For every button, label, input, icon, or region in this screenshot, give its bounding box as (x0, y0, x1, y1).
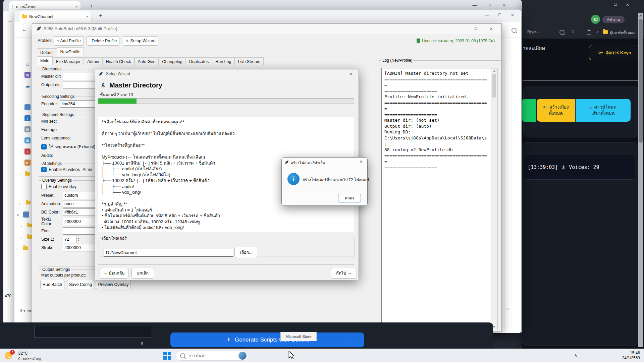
input-outline-box[interactable] (35, 326, 151, 338)
chevron-right-icon[interactable]: › (20, 236, 22, 240)
weather-widget[interactable]: ☁ 3 32°C มีแดดส่วนใหญ่ (3, 350, 60, 361)
size1-field[interactable] (63, 236, 76, 243)
chevron-right-icon[interactable]: › (19, 201, 20, 205)
tab-auto-gen[interactable]: Auto Gen (135, 57, 159, 65)
nav-pictures-icon[interactable]: ▦ (24, 137, 31, 143)
nav-folder-icon[interactable] (27, 224, 32, 227)
chevron-right-icon[interactable]: › (20, 224, 22, 228)
tab-health-check[interactable]: Health Check (102, 57, 134, 65)
close-button[interactable]: × (623, 2, 633, 7)
generate-all-audio-button[interactable]: สร้างเสียง ทั้งหมด (537, 99, 575, 122)
profile-tab-newprofile[interactable]: NewProfile (57, 47, 84, 56)
nav-folder-icon[interactable] (23, 246, 28, 250)
scroll-down-icon[interactable] (493, 326, 495, 328)
download-all-audio-button[interactable]: ♪ ดาวน์โหลด เสียงทั้งหมด (576, 99, 631, 122)
close-button[interactable]: × (507, 12, 518, 18)
scroll-thumb[interactable] (492, 74, 496, 98)
close-button[interactable]: × (486, 26, 496, 32)
bookmarks-overflow-icon[interactable]: » (596, 29, 599, 34)
nav-home-icon[interactable]: ⌂ (24, 61, 31, 67)
green-button[interactable] (522, 99, 536, 122)
minimize-button[interactable]: — (470, 3, 480, 8)
taskbar-clock[interactable]: 15:46 24/1/2569 (600, 351, 640, 361)
folder-path-field[interactable] (104, 248, 233, 257)
explorer-tab[interactable]: NewChannel × (19, 11, 92, 22)
tab-run-log[interactable]: Run Log (212, 57, 234, 65)
wizard-cancel-button[interactable]: ยกเลิก (131, 268, 154, 279)
delete-profile-button[interactable]: - Delete Profile (87, 36, 119, 46)
log-box[interactable]: [ADMIN] Master directory not set =======… (381, 68, 497, 330)
nav-folder-icon[interactable] (26, 201, 31, 204)
avatar[interactable]: SJ (591, 15, 600, 24)
back-icon[interactable]: ← (7, 17, 13, 23)
back-icon[interactable]: ← (22, 26, 27, 33)
generate-scripts-button[interactable]: Generate Scripts with Gemini (170, 333, 364, 347)
tab-live-stream[interactable]: Live Stream (234, 57, 264, 65)
tab-file-manager[interactable]: File Manager (53, 57, 84, 65)
extensions-icon[interactable] (587, 31, 591, 35)
run-batch-button[interactable]: Run Batch (40, 280, 64, 289)
close-tab-icon[interactable]: × (86, 14, 89, 19)
nav-downloads-icon[interactable]: ↓ (24, 115, 31, 121)
preview-overlay-button[interactable]: Preview Overlay (96, 280, 131, 289)
exhaust-checkbox[interactable] (41, 144, 47, 149)
scroll-up-icon[interactable] (493, 70, 496, 72)
new-tab-button[interactable]: + (87, 3, 97, 8)
close-button[interactable]: × (499, 2, 509, 8)
setup-wizard-button[interactable]: ✎ Setup Wizard (123, 36, 158, 46)
wizard-back-button[interactable]: ← ย้อนกลับ (100, 268, 128, 279)
view-thumbnail-icon[interactable]: □ (506, 306, 508, 311)
bookmarks-all-label[interactable]: บุ๊กมาร์กทั้งหมด (610, 30, 635, 36)
log-scrollbar[interactable] (491, 68, 497, 330)
add-profile-button[interactable]: + Add Profile (54, 36, 84, 46)
search-icon[interactable] (512, 28, 517, 33)
nav-music-icon[interactable]: ♪ (24, 148, 31, 155)
nav-folder-icon[interactable] (25, 172, 30, 176)
save-config-button[interactable]: Save Config (67, 280, 94, 289)
enable-overlay-checkbox[interactable] (41, 184, 47, 189)
chevron-down-icon[interactable]: ∨ (16, 213, 19, 217)
nav-folder-icon[interactable] (27, 235, 32, 239)
wizard-next-button[interactable]: ถัดไป → (331, 268, 357, 279)
manage-keys-button[interactable]: จัดการ Keys (589, 45, 640, 60)
bookmarks-folder-icon[interactable] (603, 30, 608, 34)
profile-pill[interactable]: ที่ทำงาน (602, 16, 625, 23)
close-button[interactable]: × (346, 71, 356, 76)
scroll-up-icon[interactable] (639, 14, 642, 16)
tab-admin[interactable]: Admin (84, 57, 102, 65)
ok-button[interactable]: ตกลง (338, 194, 361, 202)
nav-videos-icon[interactable]: ▶ (24, 160, 31, 166)
profile-tab-default[interactable]: Default (37, 48, 57, 56)
tab-main[interactable]: Main (37, 56, 53, 65)
star-icon[interactable]: ☆ (571, 28, 575, 34)
enable-ai-checkbox[interactable] (41, 167, 47, 172)
search-input[interactable] (188, 353, 236, 358)
nav-documents-icon[interactable]: ▤ (24, 126, 31, 132)
browse-button[interactable]: เลือก... (234, 247, 258, 258)
nav-desktop-icon[interactable] (24, 104, 31, 110)
close-tab-icon[interactable]: × (75, 4, 78, 9)
tab-changelog[interactable]: Changelog (159, 57, 185, 65)
size1-stepper[interactable]: ▲▼ (76, 236, 81, 243)
scroll-thumb[interactable] (639, 19, 643, 143)
maximize-button[interactable]: □ (471, 26, 481, 31)
start-button[interactable] (161, 350, 173, 361)
bookmark-item[interactable]: Ryze... (527, 29, 539, 34)
search-icon[interactable] (559, 30, 565, 35)
tray-expand-icon[interactable]: ∧ (574, 353, 577, 358)
scrollbar[interactable] (638, 13, 643, 347)
search-highlight-image[interactable] (238, 352, 247, 360)
minimize-button[interactable]: — (482, 12, 492, 17)
nav-onedrive-icon[interactable]: ☁ (24, 83, 31, 89)
nav-thispc-icon[interactable] (23, 212, 29, 218)
maximize-button[interactable]: □ (484, 2, 494, 7)
close-button[interactable]: × (356, 159, 366, 164)
nav-gallery-icon[interactable]: ▦ (24, 72, 31, 78)
minimize-button[interactable]: — (598, 2, 608, 7)
minimize-button[interactable]: — (455, 26, 466, 31)
chevron-right-icon[interactable]: › (16, 247, 18, 251)
tab-duplicates[interactable]: Duplicates (186, 57, 212, 65)
maximize-button[interactable]: □ (610, 2, 621, 7)
search-box[interactable] (176, 351, 248, 361)
new-tab-button[interactable]: + (96, 12, 106, 18)
